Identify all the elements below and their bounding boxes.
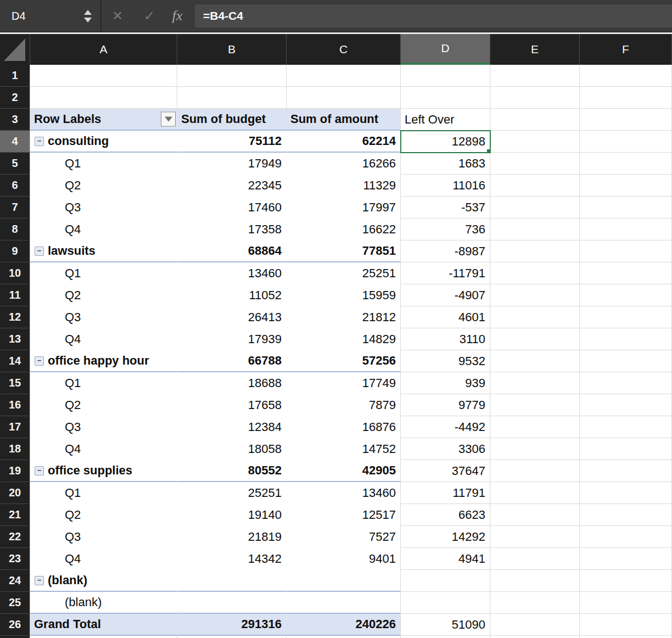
row-header-24[interactable]: 24: [0, 570, 30, 592]
cell-B13[interactable]: 17939: [177, 328, 287, 350]
formula-input[interactable]: =B4-C4: [195, 4, 672, 27]
cell-B7[interactable]: 17460: [177, 197, 287, 219]
cell-B10[interactable]: 13460: [177, 262, 287, 284]
cell-D8[interactable]: 736: [401, 219, 490, 240]
cell-A5[interactable]: Q1: [30, 153, 177, 175]
cell-E7[interactable]: [490, 197, 580, 219]
cell-A23[interactable]: Q4: [30, 548, 177, 570]
column-header-D[interactable]: D: [401, 34, 490, 65]
cell-B22[interactable]: 21819: [177, 526, 287, 548]
cell-E17[interactable]: [490, 416, 580, 438]
cell-F13[interactable]: [580, 328, 672, 350]
row-header-15[interactable]: 15: [0, 372, 30, 394]
cell-D6[interactable]: 11016: [401, 175, 490, 197]
row-header-14[interactable]: 14: [0, 350, 30, 372]
cell-F9[interactable]: [580, 240, 672, 262]
name-box-spinner[interactable]: [83, 10, 93, 23]
cell-F19[interactable]: [580, 460, 672, 482]
cell-F11[interactable]: [580, 284, 672, 306]
cell-B5[interactable]: 17949: [177, 153, 287, 175]
row-header-18[interactable]: 18: [0, 438, 30, 460]
cell-D23[interactable]: 4941: [401, 548, 490, 570]
column-header-B[interactable]: B: [177, 34, 287, 65]
cell-E8[interactable]: [490, 219, 580, 240]
cell-C12[interactable]: 21812: [287, 306, 401, 328]
cell-D3[interactable]: Left Over: [401, 109, 490, 131]
filter-button[interactable]: [161, 112, 176, 127]
row-header-17[interactable]: 17: [0, 416, 30, 438]
cell-E25[interactable]: [490, 592, 580, 614]
cell-B26[interactable]: 291316: [177, 614, 287, 636]
row-header-4[interactable]: 4: [0, 131, 30, 153]
cell-F24[interactable]: [580, 570, 672, 592]
cell-D7[interactable]: -537: [401, 197, 490, 219]
cell-B8[interactable]: 17358: [177, 219, 287, 240]
cell-E5[interactable]: [490, 153, 580, 175]
cell-B25[interactable]: [177, 592, 287, 614]
row-header-11[interactable]: 11: [0, 284, 30, 306]
cell-B23[interactable]: 14342: [177, 548, 287, 570]
cell-F2[interactable]: [580, 87, 672, 109]
cell-E6[interactable]: [490, 175, 580, 197]
fx-icon[interactable]: fx: [165, 8, 189, 24]
cell-F3[interactable]: [580, 109, 672, 131]
cell-E15[interactable]: [490, 372, 580, 394]
row-header-3[interactable]: 3: [0, 109, 30, 131]
cell-A15[interactable]: Q1: [30, 372, 177, 394]
cell-C10[interactable]: 25251: [287, 262, 401, 284]
cell-C9[interactable]: 77851: [287, 240, 401, 262]
cell-D18[interactable]: 3306: [401, 438, 490, 460]
cell-E4[interactable]: [490, 131, 580, 153]
row-header-25[interactable]: 25: [0, 592, 30, 614]
cell-F18[interactable]: [580, 438, 672, 460]
cell-E10[interactable]: [490, 262, 580, 284]
cell-E21[interactable]: [490, 504, 580, 526]
cell-C19[interactable]: 42905: [287, 460, 401, 482]
name-box[interactable]: D4: [0, 0, 83, 32]
cell-F7[interactable]: [580, 197, 672, 219]
cell-F5[interactable]: [580, 153, 672, 175]
cell-B2[interactable]: [177, 87, 287, 109]
cell-E23[interactable]: [490, 548, 580, 570]
cell-D24[interactable]: [401, 570, 490, 592]
column-header-C[interactable]: C: [287, 34, 401, 65]
cell-C2[interactable]: [287, 87, 401, 109]
cell-D20[interactable]: 11791: [401, 482, 490, 504]
cell-D16[interactable]: 9779: [401, 394, 490, 416]
cell-E9[interactable]: [490, 240, 580, 262]
cell-C26[interactable]: 240226: [287, 614, 401, 636]
cell-F10[interactable]: [580, 262, 672, 284]
column-header-E[interactable]: E: [490, 34, 580, 65]
cell-F20[interactable]: [580, 482, 672, 504]
cell-E22[interactable]: [490, 526, 580, 548]
cell-F25[interactable]: [580, 592, 672, 614]
row-header-23[interactable]: 23: [0, 548, 30, 570]
cell-C3[interactable]: Sum of amount: [287, 109, 401, 131]
collapse-icon[interactable]: −: [35, 466, 44, 475]
cell-A14[interactable]: −office happy hour: [30, 350, 177, 372]
cell-A7[interactable]: Q3: [30, 197, 177, 219]
cell-E13[interactable]: [490, 328, 580, 350]
cell-C14[interactable]: 57256: [287, 350, 401, 372]
cell-B16[interactable]: 17658: [177, 394, 287, 416]
cell-E1[interactable]: [490, 65, 580, 87]
cell-D17[interactable]: -4492: [401, 416, 490, 438]
cell-C1[interactable]: [287, 65, 401, 87]
row-header-9[interactable]: 9: [0, 240, 30, 262]
cell-D12[interactable]: 4601: [401, 306, 490, 328]
cell-F16[interactable]: [580, 394, 672, 416]
cell-B14[interactable]: 66788: [177, 350, 287, 372]
cell-E16[interactable]: [490, 394, 580, 416]
cell-E18[interactable]: [490, 438, 580, 460]
collapse-icon[interactable]: −: [35, 576, 44, 585]
cell-D10[interactable]: -11791: [401, 262, 490, 284]
select-all-corner[interactable]: [0, 34, 30, 65]
cell-B9[interactable]: 68864: [177, 240, 287, 262]
cell-D26[interactable]: 51090: [401, 614, 490, 636]
cell-D21[interactable]: 6623: [401, 504, 490, 526]
cell-F17[interactable]: [580, 416, 672, 438]
cell-D4[interactable]: 12898: [401, 131, 490, 153]
cell-A21[interactable]: Q2: [30, 504, 177, 526]
cell-F22[interactable]: [580, 526, 672, 548]
cell-E14[interactable]: [490, 350, 580, 372]
